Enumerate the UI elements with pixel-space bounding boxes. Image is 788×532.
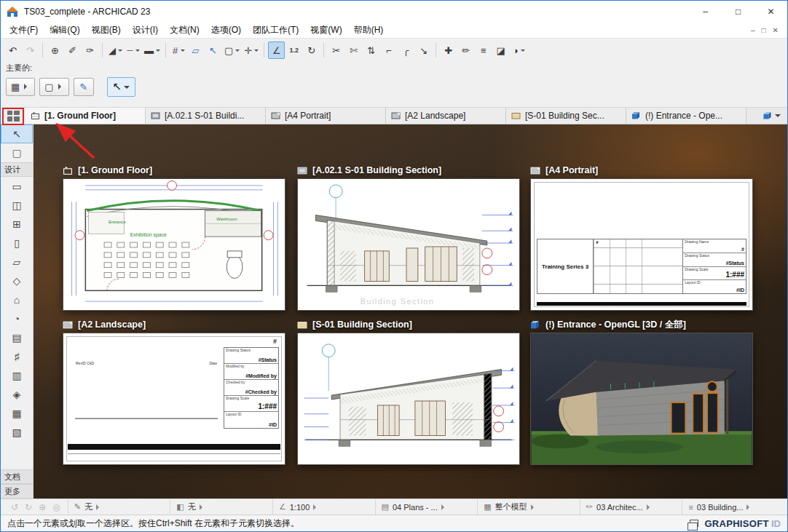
svg-text:Exhibition space: Exhibition space <box>130 232 167 238</box>
window-tool[interactable]: ⊞ <box>1 215 33 234</box>
maximize-button[interactable]: □ <box>722 1 754 23</box>
transfer-settings-button[interactable]: ✎ <box>74 78 94 96</box>
mesh-tool[interactable]: ▦ <box>1 404 33 423</box>
toolbox-section-design[interactable]: 设计 <box>1 162 33 177</box>
menu-document[interactable]: 文档(N) <box>164 24 205 36</box>
layout-icon <box>63 320 73 330</box>
tab-building-section-a021[interactable]: [A.02.1 S-01 Buildi... <box>146 108 266 124</box>
move-icon[interactable]: ✚ <box>440 41 457 59</box>
fillet-icon[interactable]: ╭ <box>398 41 414 59</box>
pen-color-dropdown[interactable]: ▬ <box>142 41 162 59</box>
zone-tool[interactable]: ▧ <box>1 423 33 442</box>
arrow-select-tool[interactable]: ↖ <box>1 124 33 143</box>
zone-icon: ▧ <box>12 426 21 438</box>
redo-icon[interactable]: ↷ <box>22 41 39 59</box>
preview-card-building-section-s01[interactable]: [S-01 Building Section] <box>297 317 520 465</box>
preview-card-entrance-3d[interactable]: (!) Entrance - OpenGL [3D / 全部] <box>530 317 753 465</box>
app-icon <box>7 6 19 17</box>
menu-file[interactable]: 文件(F) <box>4 24 44 36</box>
render-settings-dropdown[interactable]: ◑ <box>510 41 527 59</box>
toolbar-separator <box>42 43 43 57</box>
scale-select[interactable]: ∠ 1:100 <box>272 499 375 515</box>
column-tool[interactable]: ▯ <box>1 234 33 253</box>
shell-tool[interactable]: ◔ <box>1 309 33 328</box>
cursor-snap-icon[interactable]: ↖ <box>205 41 221 59</box>
beam-tool[interactable]: ▱ <box>1 253 33 271</box>
child-minimize-icon[interactable]: – <box>751 26 755 34</box>
snap-guides-toggle[interactable]: ∠ <box>268 41 285 59</box>
navigate-back-icon[interactable]: ↺ <box>11 502 18 512</box>
menu-help[interactable]: 帮助(H) <box>348 24 390 36</box>
trim-icon[interactable]: ⇅ <box>363 41 379 59</box>
marquee-settings-dropdown[interactable]: ▢ <box>39 78 68 96</box>
toolbox-section-document[interactable]: 文档 <box>1 469 33 484</box>
preview-card-ground-floor[interactable]: [1. Ground Floor] <box>63 162 285 311</box>
curtain-wall-tool[interactable]: ▥ <box>1 366 33 385</box>
preview-card-a4-portrait[interactable]: [A4 Portrait] Training Series 3 # Drawin… <box>530 162 753 311</box>
slab-tool[interactable]: ◇ <box>1 271 33 290</box>
adjust-icon[interactable]: ✄ <box>345 41 362 59</box>
fit-in-window-icon[interactable]: ◎ <box>52 502 60 512</box>
gravity-dropdown[interactable]: ✛ <box>242 41 260 59</box>
pen-set-select[interactable]: ✏ 03 Architec... <box>580 499 682 515</box>
tab-ground-floor[interactable]: [1. Ground Floor] <box>25 108 146 124</box>
zoom-in-icon[interactable]: ⊕ <box>47 41 63 59</box>
tab-building-section-s01[interactable]: [S-01 Building Sec... <box>506 108 626 124</box>
graphisoft-brand[interactable]: GRAPHISOFT <box>704 518 768 529</box>
railing-tool[interactable]: ♯ <box>1 347 33 366</box>
menu-design[interactable]: 设计(I) <box>127 24 164 36</box>
morph-tool[interactable]: ◈ <box>1 385 33 404</box>
marquee-tool[interactable]: ▢ <box>1 143 33 162</box>
beam-icon: ▱ <box>13 256 21 268</box>
menu-options[interactable]: 选项(O) <box>205 24 247 36</box>
pickup-parameters-icon[interactable]: ✐ <box>64 41 81 59</box>
dash-style-dropdown[interactable]: ┄ <box>125 41 141 59</box>
tab-a4-portrait[interactable]: [A4 Portrait] <box>266 108 386 124</box>
intersect-icon[interactable]: ⌐ <box>380 41 397 59</box>
preview-card-building-section-a021[interactable]: [A.02.1 S-01 Building Section] <box>297 162 520 311</box>
tab-a2-landscape[interactable]: [A2 Landscape] <box>386 108 506 124</box>
inject-parameters-icon[interactable]: ✑ <box>82 41 98 59</box>
menu-edit[interactable]: 编辑(Q) <box>44 24 85 36</box>
toolbox-section-more[interactable]: 更多 <box>1 484 33 499</box>
arrow-tool-button[interactable]: ↖ <box>107 77 136 97</box>
menu-view[interactable]: 视图(B) <box>86 24 127 36</box>
door-tool[interactable]: ◫ <box>1 196 33 215</box>
title-block-bar <box>68 444 280 450</box>
minimize-button[interactable]: – <box>689 1 722 23</box>
marquee-frame-dropdown[interactable]: ▢ <box>222 41 241 59</box>
split-icon[interactable]: ✂ <box>328 41 344 59</box>
roof-tool[interactable]: ⌂ <box>1 290 33 309</box>
navigate-forward-icon[interactable]: ↻ <box>25 502 32 512</box>
child-close-icon[interactable]: ✕ <box>773 26 779 34</box>
undo-icon[interactable]: ↶ <box>4 41 21 59</box>
menu-teamwork[interactable]: 团队工作(T) <box>247 24 304 36</box>
snap-grid-dropdown[interactable]: # <box>170 41 186 59</box>
freehand-icon[interactable]: ✏ <box>457 41 474 59</box>
stair-tool[interactable]: ▤ <box>1 328 33 347</box>
coordinate-info-icon[interactable]: 1.2 <box>285 41 302 59</box>
windows-icon[interactable] <box>690 520 698 527</box>
offset-icon[interactable]: ↘ <box>415 41 432 59</box>
partial-structure-select[interactable]: ▦ 整个模型 <box>477 499 580 515</box>
line-weight-dropdown[interactable]: ◢ <box>106 41 124 59</box>
child-restore-icon[interactable]: □ <box>762 26 766 34</box>
graphic-override-select[interactable]: ◧ 无 <box>170 499 272 515</box>
preview-card-a2-landscape[interactable]: [A2 Landscape] # RevID CkD Date Drawing … <box>63 317 285 465</box>
tab-list-button[interactable] <box>755 108 787 124</box>
graphisoft-id[interactable]: ID <box>771 518 781 529</box>
layer-combination-select[interactable]: ▤ 04 Plans - ... <box>375 499 478 515</box>
rotate-icon[interactable]: ↻ <box>303 41 320 59</box>
layers-icon[interactable]: ≡ <box>475 41 492 59</box>
guide-lines-icon[interactable]: ▱ <box>187 41 204 59</box>
wall-tool[interactable]: ▭ <box>1 177 33 196</box>
tab-overview-button[interactable] <box>1 108 25 124</box>
zoom-icon[interactable]: ⊕ <box>39 502 46 512</box>
menu-window[interactable]: 视窗(W) <box>304 24 347 36</box>
tab-entrance-3d[interactable]: (!) Entrance - Ope... <box>626 108 746 124</box>
close-button[interactable]: ✕ <box>754 1 787 23</box>
dimension-style-select[interactable]: ≡ 03 Building... <box>682 499 784 515</box>
renovation-filter-select[interactable]: ✎ 无 <box>68 499 170 515</box>
favorite-settings-dropdown[interactable]: ▦ <box>6 78 35 96</box>
cutting-planes-icon[interactable]: ◪ <box>492 41 509 59</box>
